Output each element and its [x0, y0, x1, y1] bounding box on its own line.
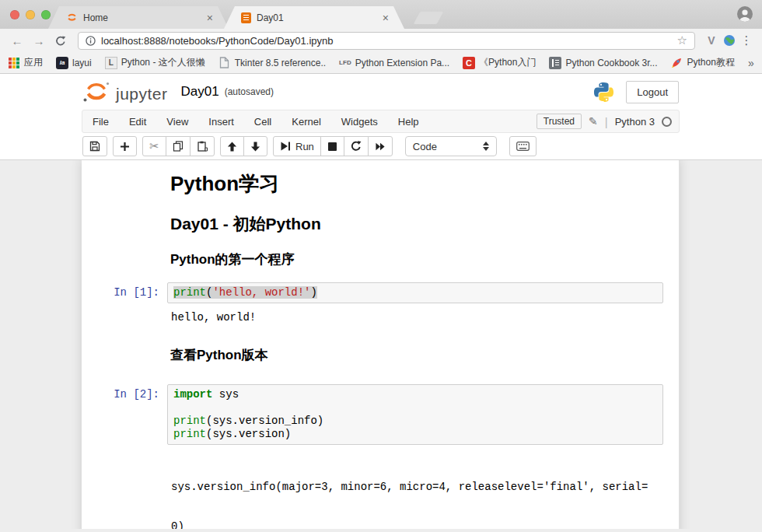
browser-tab-strip: Home × Day01 × [0, 0, 762, 29]
code-cell-2[interactable]: In [2]: import sys print(sys.version_inf… [82, 384, 679, 445]
tab-day01[interactable]: Day01 × [224, 6, 404, 29]
window-controls [10, 10, 51, 19]
bookmark-python-extension[interactable]: LFD Python Extension Pa... [339, 58, 449, 68]
cell-type-value: Code [413, 141, 437, 152]
page-icon [218, 57, 231, 69]
notebook-favicon-icon [241, 12, 251, 23]
tab-label: Home [83, 12, 108, 23]
markdown-cell-first-program[interactable]: Python的第一个程序 [82, 251, 679, 268]
logout-button[interactable]: Logout [626, 81, 679, 103]
bookmark-star-icon[interactable]: ☆ [677, 33, 687, 47]
reload-icon[interactable] [51, 34, 70, 47]
menu-kernel[interactable]: Kernel [281, 116, 331, 128]
cut-cells-button[interactable]: ✂ [142, 136, 166, 156]
tab-close-icon[interactable]: × [205, 12, 215, 23]
bookmark-python-tutorial[interactable]: Python教程 [671, 56, 735, 69]
stdout-text: sys.version_info(major=3, minor=6, micro… [167, 453, 663, 529]
address-bar[interactable]: localhost:8888/notebooks/PythonCode/Day0… [78, 32, 695, 50]
markdown-cell-day01[interactable]: Day01 - 初始Python [82, 214, 679, 234]
markdown-cell-title[interactable]: Python学习 [82, 171, 679, 197]
code-input-2[interactable]: import sys print(sys.version_info) print… [167, 384, 663, 445]
jupyter-logo[interactable]: jupyter [82, 80, 168, 103]
jupyter-header: jupyter Day01 (autosaved) Logout File Ed… [0, 74, 762, 160]
menu-edit[interactable]: Edit [119, 116, 156, 128]
kernel-idle-icon [662, 117, 672, 127]
apps-grid-icon [8, 57, 20, 69]
move-cell-up-button[interactable] [220, 136, 244, 156]
bookmarks-overflow-icon[interactable]: » [748, 57, 762, 69]
python-logo-icon [592, 81, 615, 103]
menu-help[interactable]: Help [388, 116, 429, 128]
interrupt-kernel-button[interactable] [320, 136, 344, 156]
jupyter-wordmark: jupyter [116, 85, 168, 103]
back-icon[interactable]: ← [8, 34, 26, 47]
menu-insert[interactable]: Insert [198, 116, 244, 128]
add-cell-button[interactable] [113, 136, 137, 156]
tab-close-icon[interactable]: × [381, 12, 390, 23]
tab-label: Day01 [257, 12, 284, 23]
menu-view[interactable]: View [156, 116, 198, 128]
notebook-h2: Day01 - 初始Python [170, 214, 663, 234]
bookmark-apps[interactable]: 应用 [8, 56, 43, 69]
bookmark-python-lazy[interactable]: L Python - 这个人很懒 [105, 56, 205, 69]
notebook-site: Python学习 Day01 - 初始Python Python的第一个程序 I… [0, 160, 762, 529]
autosave-status: (autosaved) [225, 86, 274, 97]
menu-cell[interactable]: Cell [244, 116, 281, 128]
markdown-cell-version[interactable]: 查看Python版本 [82, 347, 679, 364]
output-area-1: hello, world! [82, 310, 679, 324]
bookmark-cookbook[interactable]: Python Cookbook 3r... [549, 57, 657, 69]
jupyter-toolbar: ✂ [0, 133, 762, 160]
code-cell-1[interactable]: In [1]: print('hello, world!') [82, 282, 679, 303]
paste-cells-button[interactable] [190, 136, 215, 156]
command-palette-button[interactable] [509, 136, 537, 156]
selected-code-text: print('hello, world!') [173, 286, 317, 299]
save-button[interactable] [82, 136, 107, 156]
minimize-window-button[interactable] [26, 10, 35, 19]
select-arrows-icon [483, 142, 489, 151]
book-pages-icon [549, 57, 561, 69]
lfd-icon: LFD [339, 59, 351, 66]
page-info-icon[interactable] [86, 36, 96, 46]
forward-icon[interactable]: → [30, 34, 48, 47]
menu-file[interactable]: File [82, 116, 119, 128]
output-area-2: sys.version_info(major=3, minor=6, micro… [82, 453, 679, 529]
restart-run-all-button[interactable] [368, 136, 393, 156]
restart-kernel-button[interactable] [344, 136, 369, 156]
edit-pencil-icon: ✎ [589, 115, 598, 128]
extension-globe-icon[interactable] [723, 34, 736, 47]
bookmark-tkinter[interactable]: Tkinter 8.5 reference.. [218, 57, 326, 69]
notebook-h1: Python学习 [170, 171, 663, 197]
tab-home[interactable]: Home × [48, 6, 229, 29]
close-window-button[interactable] [10, 10, 19, 19]
jupyter-menubar: File Edit View Insert Cell Kernel Widget… [82, 110, 680, 133]
run-label: Run [295, 141, 314, 152]
scissors-icon: ✂ [149, 139, 159, 153]
notebook-title[interactable]: Day01 [181, 84, 219, 100]
browser-toolbar: ← → localhost:8888/notebooks/PythonCode/… [0, 29, 762, 52]
run-cell-button[interactable]: Run [273, 136, 321, 156]
l-letter-icon: L [105, 57, 117, 69]
bookmark-python-intro[interactable]: C 《Python入门 [463, 56, 536, 69]
layui-icon: la [56, 57, 68, 69]
bookmark-layui[interactable]: la layui [56, 57, 92, 69]
extension-v-icon[interactable]: V [703, 34, 720, 47]
notebook-h3-first-program: Python的第一个程序 [170, 251, 663, 268]
url-text[interactable]: localhost:8888/notebooks/PythonCode/Day0… [101, 35, 334, 47]
trusted-button[interactable]: Trusted [537, 114, 582, 129]
notebook-container: Python学习 Day01 - 初始Python Python的第一个程序 I… [82, 160, 680, 529]
cell-type-select[interactable]: Code [405, 136, 497, 156]
move-cell-down-button[interactable] [243, 136, 267, 156]
notebook-h3-version: 查看Python版本 [170, 347, 663, 364]
divider: | [605, 115, 608, 128]
bookmarks-bar: 应用 la layui L Python - 这个人很懒 Tkinter 8.5… [0, 52, 762, 74]
menu-widgets[interactable]: Widgets [331, 116, 388, 128]
jupyter-spinner-icon [65, 12, 78, 24]
code-input-1[interactable]: print('hello, world!') [167, 282, 663, 303]
copy-cells-button[interactable] [166, 136, 190, 156]
zoom-window-button[interactable] [41, 10, 51, 19]
stop-icon [328, 142, 337, 151]
browser-menu-icon[interactable]: ⋮ [739, 33, 754, 47]
browser-profile-icon[interactable] [736, 5, 753, 23]
new-tab-button[interactable] [414, 12, 444, 24]
stdout-text: hello, world! [167, 310, 663, 324]
